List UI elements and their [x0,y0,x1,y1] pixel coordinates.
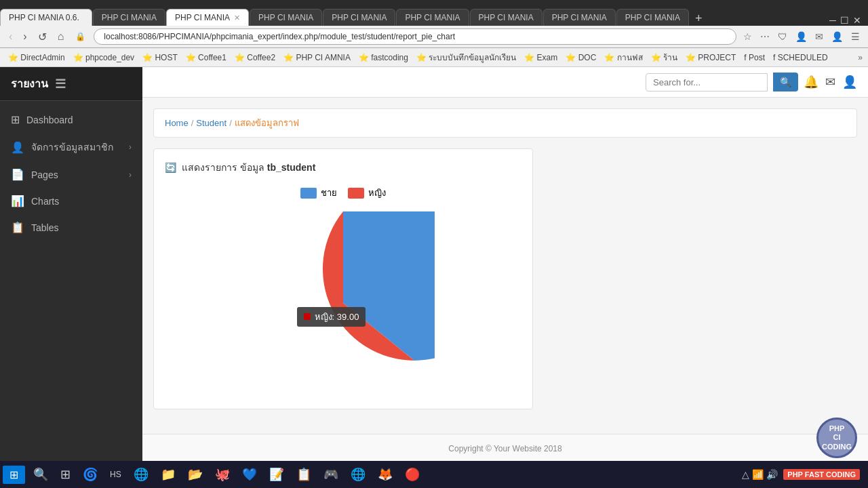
footer-text: Copyright © Your Website 2018 [448,444,561,453]
mail-top-icon[interactable]: ✉ [825,75,835,89]
tab-active[interactable]: PHP CI MANIA 0.6. [0,9,92,26]
tab-label-2: PHP CI MANIA [102,13,157,22]
tab-5[interactable]: PHP CI MANIA [323,9,395,26]
bookmark-fastcoding[interactable]: ⭐ fastcoding [356,52,411,63]
bookmark-exam[interactable]: ⭐ Exam [521,52,560,63]
php-logo[interactable]: PHPCICODING [816,418,857,458]
bookmark-star-icon[interactable]: ☆ [741,30,755,43]
tab-label-3: PHP CI MANIA [175,13,230,22]
top-icons: 🔔 ✉ 👤 [804,75,857,89]
sidebar-item-manage-members-left: 👤 จัดการข้อมูลสมาชิก [11,140,113,155]
breadcrumb-sep-2: / [229,118,232,128]
bell-icon[interactable]: 🔔 [804,75,818,89]
tab-label: PHP CI MANIA 0.6. [9,13,79,22]
php-logo-text: PHPCICODING [822,424,852,451]
reader-icon[interactable]: ⋯ [757,30,772,43]
tab-bar: PHP CI MANIA 0.6. PHP CI MANIA PHP CI MA… [0,0,868,26]
url-input[interactable] [94,28,736,45]
chart-card: 🔄 แสดงรายการ ข้อมูล tb_student ชาย หญิง [153,148,533,409]
breadcrumb: Home / Student / แสดงข้อมูลกราฟ [153,108,857,138]
footer: Copyright © Your Website 2018 [142,434,868,463]
main-content: 🔍 🔔 ✉ 👤 Home / Student / แสดงข้อมูลกราฟ … [142,67,868,463]
tab-9[interactable]: PHP CI MANIA [616,9,689,26]
sidebar-item-manage-members[interactable]: 👤 จัดการข้อมูลสมาชิก › [0,133,142,161]
user-icon[interactable]: 👤 [829,30,846,43]
bookmark-coffee2[interactable]: ⭐ Coffee2 [232,52,278,63]
sidebar-item-manage-members-label: จัดการข้อมูลสมาชิก [31,140,113,155]
tab-6[interactable]: PHP CI MANIA [396,9,469,26]
bookmark-phpciamnia[interactable]: ⭐ PHP CI AMNIA [281,52,353,63]
tab-4[interactable]: PHP CI MANIA [250,9,322,26]
manage-members-icon: 👤 [11,141,24,154]
sidebar-item-pages-label: Pages [31,169,58,180]
chart-legend: ชาย หญิง [165,186,521,200]
home-button[interactable]: ⌂ [54,29,68,44]
legend-item-male: ชาย [300,186,337,200]
content-area: Home / Student / แสดงข้อมูลกราฟ 🔄 แสดงรา… [142,98,868,434]
search-topbar: 🔍 🔔 ✉ 👤 [142,67,868,98]
tab-3-close-icon[interactable]: ✕ [234,14,240,22]
profile-icon[interactable]: 👤 [793,30,810,43]
pages-icon: 📄 [11,168,24,181]
legend-color-male [300,188,317,199]
sidebar-item-pages-left: 📄 Pages [11,168,58,181]
bookmark-kanfas[interactable]: ⭐ กานฟส [601,50,645,64]
close-window-button[interactable]: ✕ [853,15,861,26]
bookmark-doc[interactable]: ⭐ DOC [563,52,599,63]
menu-icon[interactable]: ☰ [848,30,863,43]
dashboard-icon: ⊞ [11,113,20,126]
bookmark-post[interactable]: f Post [741,52,768,63]
search-input[interactable] [646,73,768,92]
chart-title-text: แสดงรายการ ข้อมูล tb_student [182,160,315,175]
taskbar: ⊞ 🔍 ⊞ 🌀 HS 🌐 📁 📂 🐙 💙 📝 📋 🎮 🌐 🦊 🔴 △ 📶 🔊 P… [0,461,868,463]
bookmark-host[interactable]: ⭐ HOST [140,52,180,63]
breadcrumb-home-link[interactable]: Home [165,118,189,128]
bookmarks-more-icon[interactable]: » [858,53,863,62]
legend-label-female: หญิง [368,186,386,200]
breadcrumb-sep-1: / [191,118,194,128]
bookmark-project[interactable]: ⭐ PROJECT [683,52,738,63]
sidebar-item-tables[interactable]: 📋 Tables [0,214,142,241]
sidebar-item-charts[interactable]: 📊 Charts [0,188,142,214]
tab-2[interactable]: PHP CI MANIA [93,9,165,26]
sidebar-hamburger-icon[interactable]: ☰ [55,77,66,92]
refresh-button[interactable]: ↺ [35,29,50,45]
sidebar-item-dashboard[interactable]: ⊞ Dashboard [0,106,142,133]
minimize-button[interactable]: ─ [829,15,836,26]
tab-8[interactable]: PHP CI MANIA [543,9,616,26]
chart-title-icon: 🔄 [165,162,176,173]
bookmark-shop[interactable]: ⭐ ร้าน [648,50,680,64]
chart-title: 🔄 แสดงรายการ ข้อมูล tb_student [165,160,521,175]
bookmark-scheduled[interactable]: f SCHEDULED [770,52,831,63]
bookmark-directadmin[interactable]: ⭐ DirectAdmin [5,52,68,63]
user-top-icon[interactable]: 👤 [842,75,857,89]
pie-chart-svg[interactable] [252,211,435,394]
mail-icon[interactable]: ✉ [812,30,826,43]
legend-label-male: ชาย [321,186,337,200]
sidebar-item-dashboard-label: Dashboard [26,115,73,125]
address-bar: ‹ › ↺ ⌂ 🔒 ☆ ⋯ 🛡 👤 ✉ 👤 ☰ [0,26,868,48]
new-tab-button[interactable]: + [690,12,708,26]
search-button[interactable]: 🔍 [773,73,798,92]
manage-members-arrow-icon: › [129,142,132,152]
forward-button[interactable]: › [20,29,30,44]
sidebar-title: รายงาน [11,75,48,92]
shield-icon[interactable]: 🛡 [775,30,790,43]
pie-chart-container[interactable]: หญิง: 39.00 [165,208,521,398]
bookmark-phpcode[interactable]: ⭐ phpcode_dev [71,52,137,63]
breadcrumb-current: แสดงข้อมูลกราฟ [235,116,299,130]
tab-3[interactable]: PHP CI MANIA ✕ [166,9,249,26]
sidebar-nav: ⊞ Dashboard 👤 จัดการข้อมูลสมาชิก › 📄 Pag… [0,101,142,463]
sidebar-item-pages[interactable]: 📄 Pages › [0,161,142,188]
bookmark-coffee1[interactable]: ⭐ Coffee1 [183,52,229,63]
breadcrumb-student-link[interactable]: Student [196,118,226,128]
sidebar-item-tables-label: Tables [31,222,58,233]
bookmark-student-system[interactable]: ⭐ ระบบบันทึกข้อมูลนักเรียน [414,50,519,64]
bookmarks-bar: ⭐ DirectAdmin ⭐ phpcode_dev ⭐ HOST ⭐ Cof… [0,48,868,67]
sidebar: รายงาน ☰ ⊞ Dashboard 👤 จัดการข้อมูลสมาชิ… [0,67,142,463]
tab-7[interactable]: PHP CI MANIA [470,9,542,26]
app-container: รายงาน ☰ ⊞ Dashboard 👤 จัดการข้อมูลสมาชิ… [0,67,868,463]
back-button[interactable]: ‹ [5,29,16,44]
browser-chrome: PHP CI MANIA 0.6. PHP CI MANIA PHP CI MA… [0,0,868,67]
maximize-button[interactable]: ☐ [840,15,849,26]
